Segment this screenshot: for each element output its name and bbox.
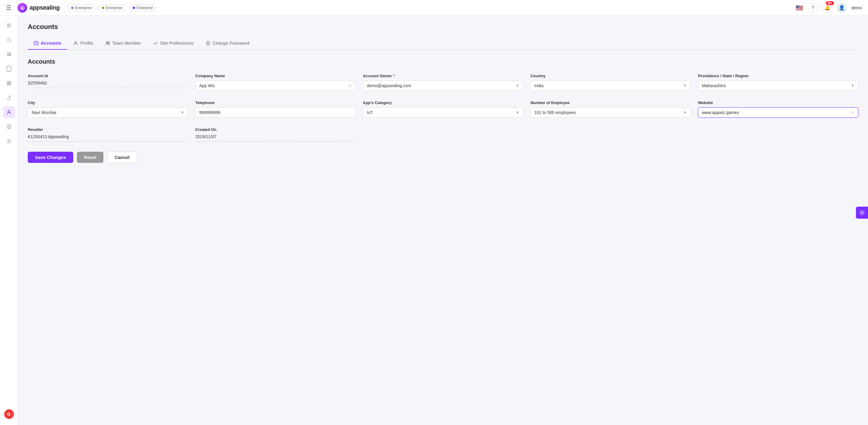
telephone-group: Telephone — [195, 100, 356, 118]
country-label: Country — [530, 73, 691, 78]
svg-point-11 — [8, 111, 10, 113]
form-grid-row3: Reseller K1250413 Appsealing Created On … — [28, 127, 858, 142]
province-label: Providence / State / Region — [698, 73, 858, 78]
account-owner-chevron-icon: ▼ — [516, 84, 520, 88]
svg-point-22 — [861, 212, 863, 214]
city-group: City Navi Mumbai ▼ — [28, 100, 188, 118]
help-icon[interactable]: ? — [808, 3, 818, 13]
svg-rect-8 — [9, 82, 11, 83]
country-chevron-icon: ▼ — [683, 84, 687, 88]
right-settings-gear[interactable] — [856, 207, 868, 219]
company-name-group: Company Name App Wiz ✕ — [195, 73, 356, 91]
sidebar-item-clock[interactable]: ◷ — [3, 34, 15, 46]
sidebar-item-mobile[interactable] — [3, 63, 15, 75]
tab-change-password[interactable]: Change Password — [199, 37, 256, 50]
company-name-input[interactable]: App Wiz ✕ — [195, 81, 356, 91]
avatar[interactable]: 👤 — [837, 3, 846, 13]
website-text: www.appwiz.games — [702, 110, 739, 115]
sidebar-item-apple[interactable] — [3, 92, 15, 104]
apps-category-text: IoT — [367, 110, 373, 115]
svg-rect-10 — [9, 84, 11, 85]
app-title: appsealing — [30, 4, 59, 11]
topbar: ☰ a appsealing Enterprise Enterprise Ent… — [0, 0, 868, 16]
enterprise-badge-1[interactable]: Enterprise — [68, 4, 95, 11]
website-input[interactable]: www.appwiz.games ✕ — [698, 108, 858, 118]
sidebar-item-list[interactable] — [3, 48, 15, 60]
account-owner-text: demo@appsealing.com — [367, 83, 411, 88]
flag-icon[interactable]: 🇺🇸 — [796, 4, 803, 11]
tab-profile[interactable]: Profile — [67, 37, 99, 50]
svg-rect-4 — [7, 55, 11, 56]
num-employees-label: Number of Employee — [530, 100, 691, 105]
tab-accounts[interactable]: Accounts — [28, 37, 67, 50]
svg-text:$: $ — [8, 125, 10, 128]
form-grid-row2: City Navi Mumbai ▼ Telephone App's Categ… — [28, 100, 858, 118]
svg-text:a: a — [22, 6, 24, 10]
account-id-group: Account Id S2559462 — [28, 73, 188, 91]
svg-point-18 — [75, 41, 76, 43]
svg-rect-9 — [7, 84, 9, 85]
sidebar-item-settings[interactable] — [3, 135, 15, 147]
apps-category-label: App's Category — [363, 100, 523, 105]
notification-bell[interactable]: 🔔 30+ — [823, 3, 832, 13]
city-input[interactable]: Navi Mumbai ▼ — [28, 108, 188, 118]
topbar-right: 🇺🇸 ? 🔔 30+ 👤 demo — [796, 3, 862, 13]
enterprise-badge-2[interactable]: Enterprise — [99, 4, 126, 11]
g-chat-icon[interactable]: G — [4, 409, 14, 419]
hamburger-icon[interactable]: ☰ — [6, 4, 11, 11]
page-title: Accounts — [28, 23, 858, 31]
team-tab-icon — [105, 41, 110, 45]
svg-rect-7 — [7, 82, 9, 83]
site-prefs-tab-icon — [153, 41, 158, 45]
cancel-button[interactable]: Cancel — [107, 151, 137, 163]
account-owner-input[interactable]: demo@appsealing.com ▼ — [363, 81, 523, 91]
svg-point-14 — [8, 141, 10, 142]
num-employees-text: 101 to 500 employees — [534, 110, 576, 115]
tab-site-preferences[interactable]: Site Preferences — [147, 37, 199, 50]
province-text: Maharashtra — [702, 83, 726, 88]
profile-tab-icon — [73, 41, 78, 45]
notification-badge: 30+ — [826, 1, 834, 5]
user-name[interactable]: demo — [851, 5, 862, 10]
reseller-value: K1250413 Appsealing — [28, 134, 188, 142]
num-employees-input[interactable]: 101 to 500 employees ▼ — [530, 108, 691, 118]
province-chevron-icon: ▼ — [851, 84, 855, 88]
reseller-label: Reseller — [28, 127, 188, 132]
svg-point-19 — [106, 42, 107, 43]
apps-category-group: App's Category IoT ▼ — [363, 100, 523, 118]
svg-point-20 — [107, 42, 109, 43]
created-on-group: Created On 2019/11/07 — [195, 127, 356, 142]
svg-point-6 — [9, 70, 9, 71]
province-input[interactable]: Maharashtra ▼ — [698, 81, 858, 91]
required-indicator: * — [393, 73, 395, 78]
sidebar-item-user[interactable] — [3, 106, 15, 118]
logo-area: a appsealing — [18, 3, 59, 13]
telephone-input[interactable] — [195, 108, 356, 118]
logo-icon: a — [18, 3, 27, 13]
company-name-label: Company Name — [195, 73, 356, 78]
sidebar-item-plugin[interactable] — [3, 77, 15, 89]
province-group: Providence / State / Region Maharashtra … — [698, 73, 858, 91]
account-owner-group: Account Owner * demo@appsealing.com ▼ — [363, 73, 523, 91]
country-input[interactable]: India ▼ — [530, 81, 691, 91]
sidebar: ⊞ ◷ $ G — [0, 16, 18, 425]
company-name-clear-icon[interactable]: ✕ — [348, 83, 352, 88]
tab-team-member[interactable]: Team Member — [99, 37, 147, 50]
created-on-value: 2019/11/07 — [195, 134, 356, 142]
save-changes-button[interactable]: Save Changes — [28, 152, 73, 163]
account-id-value: S2559462 — [28, 81, 188, 88]
sidebar-item-dashboard[interactable]: ⊞ — [3, 19, 15, 31]
city-text: Navi Mumbai — [32, 110, 56, 115]
enterprise-badge-3[interactable]: Enterprise — [129, 4, 156, 11]
reset-button[interactable]: Reset — [77, 152, 104, 163]
account-owner-label: Account Owner * — [363, 73, 523, 78]
main-content: Accounts Accounts Profile Team Member — [18, 16, 868, 425]
website-clear-icon[interactable]: ✕ — [851, 110, 855, 115]
website-label: Website — [698, 100, 858, 105]
button-row: Save Changes Reset Cancel — [28, 151, 858, 163]
apps-category-input[interactable]: IoT ▼ — [363, 108, 523, 118]
accounts-tab-icon — [34, 41, 39, 45]
svg-rect-3 — [7, 54, 11, 55]
sidebar-item-billing[interactable]: $ — [3, 121, 15, 133]
apps-category-chevron-icon: ▼ — [516, 111, 520, 115]
